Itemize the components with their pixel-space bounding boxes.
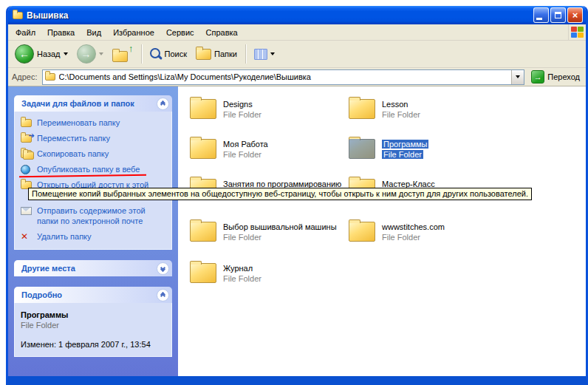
folder-item-lesson[interactable]: LessonFile Folder — [349, 97, 420, 119]
toolbar-separator — [245, 44, 246, 64]
task-email-folder[interactable]: Отправить содержимое этой папки по элект… — [21, 205, 167, 226]
rename-folder-icon — [21, 117, 33, 127]
task-rename-folder[interactable]: Переименовать папку — [21, 117, 167, 128]
search-icon — [150, 48, 162, 60]
back-icon: ← — [15, 44, 34, 64]
tasks-panel-body: Переименовать папку ➔ Переместить папку … — [14, 112, 172, 250]
folder-icon — [349, 222, 375, 242]
folder-icon — [190, 139, 216, 159]
details-folder-type: File Folder — [21, 321, 165, 330]
task-delete-folder[interactable]: ✕ Удалить папку — [21, 231, 167, 242]
folder-view: DesignsFile Folder LessonFile Folder Моя… — [178, 86, 586, 376]
address-label: Адрес: — [12, 72, 38, 81]
maximize-button[interactable] — [550, 7, 566, 23]
forward-icon: → — [77, 44, 96, 64]
details-modified: Изменен: 1 февраля 2007 г., 13:54 — [21, 340, 165, 349]
folder-name: Программы — [382, 140, 428, 149]
menu-edit[interactable]: Правка — [41, 25, 81, 40]
up-button[interactable]: ↑ — [109, 43, 137, 65]
toolbar: ← Назад → ↑ Поиск Папки — [8, 41, 586, 68]
folder-item-vybor-vyshivalnoy-mashiny[interactable]: Выбор вышивальной машиныFile Folder — [190, 219, 337, 242]
tooltip: Помещение копий выбранных элементов на о… — [28, 188, 532, 200]
close-button[interactable]: × — [567, 7, 583, 23]
folder-icon — [190, 263, 216, 283]
delete-icon: ✕ — [21, 231, 33, 241]
menu-file[interactable]: Файл — [10, 25, 41, 40]
search-button[interactable]: Поиск — [146, 46, 191, 62]
task-publish-folder-web[interactable]: Опубликовать папку в вебе — [21, 164, 167, 174]
go-icon: → — [531, 70, 544, 84]
folders-label: Папки — [214, 50, 237, 58]
other-places-title: Другие места — [21, 264, 75, 273]
task-label[interactable]: Скопировать папку — [37, 149, 109, 159]
menubar: Файл Правка Вид Избранное Сервис Справка — [8, 24, 586, 41]
details-body: Программы File Folder Изменен: 1 февраля… — [14, 303, 172, 357]
task-pane: Задачи для файлов и папок Переименовать … — [8, 86, 178, 376]
folder-icon — [190, 99, 216, 119]
folder-item-moya-rabota[interactable]: Моя РаботаFile Folder — [190, 137, 268, 159]
move-folder-icon: ➔ — [21, 133, 33, 143]
other-places-header[interactable]: Другие места — [14, 260, 172, 276]
publish-web-icon — [21, 164, 33, 174]
maximize-icon — [555, 12, 561, 18]
copy-folder-icon — [21, 149, 33, 158]
folder-name: Журнал — [223, 264, 261, 273]
address-dropdown-button[interactable] — [511, 70, 524, 84]
tasks-panel-title: Задачи для файлов и папок — [21, 99, 134, 108]
collapse-up-icon[interactable] — [157, 98, 169, 110]
menu-favorites[interactable]: Избранное — [107, 25, 160, 40]
folder-type: File Folder — [223, 233, 337, 242]
details-header[interactable]: Подробно — [14, 287, 172, 303]
details-panel: Подробно Программы File Folder Изменен: … — [14, 287, 172, 357]
folder-item-designs[interactable]: DesignsFile Folder — [190, 97, 261, 119]
task-copy-folder[interactable]: Скопировать папку — [21, 149, 167, 159]
email-icon — [21, 205, 33, 215]
go-label: Переход — [547, 72, 580, 81]
forward-dropdown-icon — [99, 52, 103, 55]
folder-name: Моя Работа — [223, 140, 268, 149]
folder-type: File Folder — [382, 150, 423, 159]
forward-button[interactable]: → — [73, 42, 107, 66]
task-label[interactable]: Переместить папку — [37, 133, 110, 143]
folder-type: File Folder — [223, 110, 261, 119]
other-places-panel: Другие места — [14, 260, 172, 276]
folder-item-wwwstitches[interactable]: wwwstitches.comFile Folder — [349, 219, 445, 242]
back-button[interactable]: ← Назад — [11, 42, 72, 66]
menu-help[interactable]: Справка — [200, 25, 244, 40]
address-bar: Адрес: C:\Documents and Settings\Liza\My… — [8, 68, 586, 86]
task-move-folder[interactable]: ➔ Переместить папку — [21, 133, 167, 143]
views-dropdown-icon — [270, 52, 275, 55]
views-button[interactable] — [250, 47, 278, 62]
folder-item-programmy[interactable]: ПрограммыFile Folder — [349, 137, 428, 159]
minimize-button[interactable] — [533, 7, 549, 23]
folder-item-zhurnal[interactable]: ЖурналFile Folder — [190, 261, 261, 283]
folder-type: File Folder — [382, 110, 420, 119]
folder-type: File Folder — [382, 233, 445, 242]
folder-icon-selected — [349, 139, 375, 159]
menu-view[interactable]: Вид — [81, 25, 107, 40]
details-title: Подробно — [21, 290, 62, 299]
collapse-up-icon[interactable] — [157, 289, 169, 301]
task-label[interactable]: Опубликовать папку в вебе — [37, 164, 140, 174]
tasks-panel-header[interactable]: Задачи для файлов и папок — [14, 95, 172, 112]
menu-tools[interactable]: Сервис — [160, 25, 200, 40]
window-folder-icon — [13, 12, 23, 19]
folder-icon — [349, 99, 375, 119]
details-folder-name: Программы — [21, 310, 165, 319]
folders-icon — [196, 49, 211, 60]
expand-down-icon[interactable] — [157, 262, 169, 275]
explorer-window: Вышивка × Файл Правка Вид Избранное Серв… — [6, 6, 588, 385]
go-button[interactable]: → Переход — [529, 70, 582, 84]
chevron-down-icon — [516, 75, 520, 78]
search-label: Поиск — [165, 50, 187, 58]
task-label[interactable]: Удалить папку — [37, 231, 92, 242]
folder-name: Lesson — [382, 100, 420, 109]
address-input[interactable]: C:\Documents and Settings\Liza\My Docume… — [42, 69, 525, 85]
folders-button[interactable]: Папки — [192, 47, 241, 62]
address-path[interactable]: C:\Documents and Settings\Liza\My Docume… — [59, 72, 508, 81]
toolbar-separator — [141, 44, 142, 64]
task-label[interactable]: Переименовать папку — [37, 117, 120, 128]
folder-icon — [190, 222, 216, 242]
task-label[interactable]: Отправить содержимое этой папки по элект… — [37, 205, 167, 226]
back-dropdown-icon[interactable] — [64, 52, 68, 55]
